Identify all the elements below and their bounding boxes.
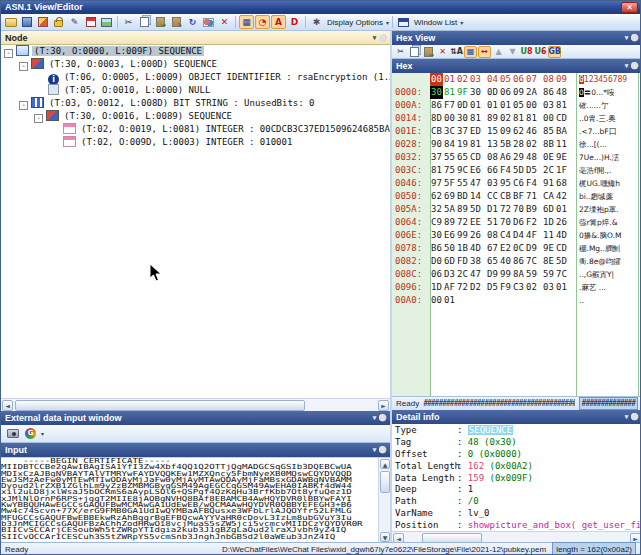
- hex-byte[interactable]: 70: [512, 203, 525, 216]
- add-node-icon[interactable]: [201, 15, 216, 29]
- detail-controls[interactable]: ▾ ⚪: [625, 410, 639, 424]
- hex-byte[interactable]: 06: [430, 268, 443, 281]
- tree-node[interactable]: -(T:03, O:0012, L:008D) BIT STRING : Unu…: [1, 97, 390, 110]
- hex-byte[interactable]: ED: [469, 125, 482, 138]
- hex-byte[interactable]: D6: [512, 216, 525, 229]
- hex-byte[interactable]: D9: [525, 242, 538, 255]
- hex-byte[interactable]: 0D: [456, 99, 469, 112]
- tree-expander-icon[interactable]: -: [19, 101, 28, 110]
- hex-ascii[interactable]: .<7...bF囗: [579, 125, 637, 138]
- cut-icon[interactable]: ✂: [121, 15, 136, 29]
- tree-expander-icon[interactable]: -: [34, 114, 43, 123]
- hex-byte[interactable]: 89: [456, 203, 469, 216]
- hex-ascii[interactable]: 稝.Mg..膶魝: [579, 242, 637, 255]
- hex-byte[interactable]: 01: [555, 281, 568, 294]
- hex-grid-icon[interactable]: ▦: [464, 46, 477, 58]
- hex-byte[interactable]: 6D: [542, 203, 555, 216]
- hex-byte[interactable]: 29: [512, 151, 525, 164]
- hex-byte[interactable]: F9: [499, 281, 512, 294]
- tree-node[interactable]: (T:02, O:009D, L:0003) INTEGER : 010001: [1, 136, 390, 149]
- toolbar-overflow-icon[interactable]: ▾: [41, 430, 44, 437]
- hex-byte[interactable]: 55: [456, 177, 469, 190]
- hex-byte[interactable]: 1D: [430, 281, 443, 294]
- hex-byte[interactable]: 1B: [456, 242, 469, 255]
- scroll-thumb[interactable]: [15, 400, 305, 411]
- window-list-caret-icon[interactable]: ▾: [460, 19, 463, 26]
- scroll-right-icon[interactable]: ►: [378, 400, 389, 411]
- cut-icon[interactable]: ✂: [394, 46, 407, 58]
- hex-byte[interactable]: F2: [525, 216, 538, 229]
- hex-byte[interactable]: 5D: [469, 203, 482, 216]
- hex-byte[interactable]: 4F: [525, 229, 538, 242]
- hex-byte[interactable]: 65: [456, 151, 469, 164]
- hex-byte[interactable]: E6: [443, 229, 456, 242]
- hex-byte[interactable]: B9: [525, 203, 538, 216]
- hex-byte[interactable]: 81: [469, 112, 482, 125]
- hex-byte[interactable]: D4: [512, 229, 525, 242]
- hex-ascii[interactable]: 確......亇: [579, 99, 637, 112]
- hex-byte[interactable]: BA: [555, 125, 568, 138]
- hex-byte[interactable]: 99: [499, 268, 512, 281]
- hex-byte[interactable]: 38: [469, 255, 482, 268]
- swap-bytes-icon[interactable]: ↔: [478, 46, 491, 58]
- tree-node-label[interactable]: (T:30, O:0016, L:0089) SEQUENCE: [62, 111, 234, 121]
- hex-byte[interactable]: 0C: [512, 242, 525, 255]
- tree-node-label[interactable]: (T:30, O:0000, L:009F) SEQUENCE: [32, 46, 204, 56]
- hex-byte[interactable]: 95: [499, 177, 512, 190]
- scroll-down-icon[interactable]: ▼: [380, 532, 390, 542]
- hex-byte[interactable]: F7: [443, 99, 456, 112]
- paste-icon[interactable]: [422, 46, 435, 58]
- close-icon[interactable]: ✕: [621, 2, 638, 13]
- hex-byte[interactable]: 86: [430, 99, 443, 112]
- hex-byte[interactable]: CD: [555, 242, 568, 255]
- display-options-button[interactable]: Display Options: [325, 18, 385, 27]
- hex-byte[interactable]: 75: [443, 164, 456, 177]
- hex-byte[interactable]: 46: [525, 125, 538, 138]
- hex-byte[interactable]: 5B: [499, 138, 512, 151]
- hex-byte[interactable]: 08: [486, 229, 499, 242]
- utf8-icon[interactable]: U8: [520, 46, 533, 58]
- image-icon[interactable]: [99, 15, 114, 29]
- hex-byte[interactable]: 00: [443, 112, 456, 125]
- hex-byte[interactable]: CB: [499, 190, 512, 203]
- hex-byte[interactable]: 62: [430, 190, 443, 203]
- shift-up-icon[interactable]: ▲: [492, 46, 505, 58]
- hex-byte[interactable]: 62: [512, 125, 525, 138]
- hex-byte[interactable]: 02: [525, 138, 538, 151]
- hex-byte[interactable]: 9E: [542, 242, 555, 255]
- hex-byte[interactable]: 8A: [512, 268, 525, 281]
- convert-icon[interactable]: G: [23, 427, 38, 441]
- hex-byte[interactable]: 37: [456, 125, 469, 138]
- hex-byte[interactable]: 5D: [555, 255, 568, 268]
- window-list-icon[interactable]: [396, 15, 411, 29]
- hex-byte[interactable]: CB: [430, 125, 443, 138]
- hex-byte[interactable]: 91: [542, 177, 555, 190]
- hex-byte[interactable]: 2A: [525, 86, 538, 99]
- window-list-button[interactable]: Window List: [412, 18, 459, 27]
- hex-byte[interactable]: 81: [469, 138, 482, 151]
- hex-byte[interactable]: 14: [469, 190, 482, 203]
- hex-byte[interactable]: 8B: [542, 138, 555, 151]
- hex-byte[interactable]: CD: [555, 112, 568, 125]
- tree-node[interactable]: -(T:30, O:0000, L:009F) SEQUENCE: [1, 45, 390, 58]
- hex-byte[interactable]: 65: [486, 255, 499, 268]
- hex-byte[interactable]: 02: [499, 112, 512, 125]
- hex-byte[interactable]: 59: [525, 268, 538, 281]
- node-panel-controls[interactable]: ▾ ⚪: [373, 31, 387, 45]
- hex-byte[interactable]: 19: [456, 138, 469, 151]
- scroll-thumb[interactable]: [380, 471, 390, 493]
- hex-byte[interactable]: 71: [525, 190, 538, 203]
- hex-byte[interactable]: 81: [525, 112, 538, 125]
- hex-byte[interactable]: 01: [486, 99, 499, 112]
- hex-byte[interactable]: CA: [542, 190, 555, 203]
- hex-byte[interactable]: 0D: [486, 86, 499, 99]
- save-icon[interactable]: [19, 15, 34, 29]
- hex-byte[interactable]: B6: [430, 242, 443, 255]
- hex-byte[interactable]: 97: [430, 177, 443, 190]
- hex-byte[interactable]: 81: [430, 164, 443, 177]
- hex-byte[interactable]: 08: [486, 151, 499, 164]
- hex-byte[interactable]: 8E: [542, 255, 555, 268]
- hex-byte[interactable]: FD: [456, 255, 469, 268]
- hex-byte[interactable]: 4D: [555, 229, 568, 242]
- hex-byte[interactable]: D5: [486, 281, 499, 294]
